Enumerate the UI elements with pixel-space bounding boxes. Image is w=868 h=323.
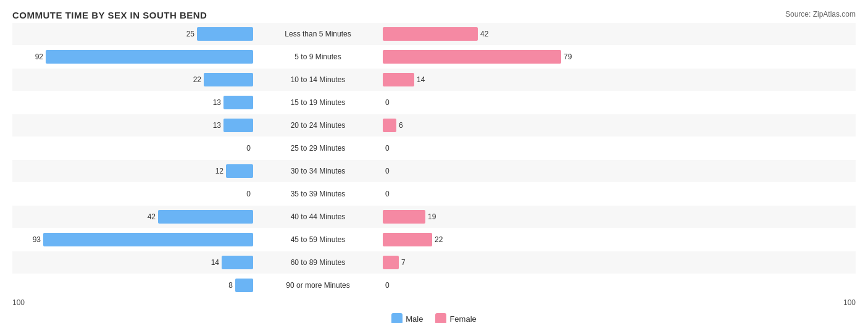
row-label: 30 to 34 Minutes — [253, 167, 383, 175]
left-bar-area: 0 — [12, 183, 253, 205]
row-label: 5 to 9 Minutes — [253, 52, 383, 61]
male-value: 14 — [211, 258, 219, 267]
female-value: 0 — [385, 144, 390, 153]
chart-row: 0 25 to 29 Minutes 0 — [12, 137, 856, 159]
right-bar-area: 42 — [383, 23, 624, 45]
male-bar — [46, 50, 253, 64]
right-bar-area: 14 — [383, 69, 624, 91]
left-bar-area: 93 — [12, 229, 253, 251]
left-bar-area: 8 — [12, 274, 253, 296]
female-value: 79 — [564, 52, 572, 61]
female-bar — [383, 27, 478, 41]
male-value: 25 — [186, 30, 194, 38]
left-bar-area: 13 — [12, 91, 253, 114]
left-bar-area: 0 — [12, 137, 253, 159]
legend-male: Male — [391, 313, 423, 323]
left-bar-area: 42 — [12, 206, 253, 228]
female-value: 0 — [385, 167, 390, 175]
row-label: 25 to 29 Minutes — [253, 144, 383, 153]
chart-title: COMMUTE TIME BY SEX IN SOUTH BEND — [12, 10, 207, 20]
row-label: Less than 5 Minutes — [253, 30, 383, 38]
row-label: 40 to 44 Minutes — [253, 212, 383, 221]
source-text: Source: ZipAtlas.com — [785, 10, 856, 19]
female-bar — [383, 256, 399, 269]
male-value: 93 — [33, 235, 41, 244]
female-bar — [383, 210, 425, 224]
male-value: 0 — [246, 190, 251, 198]
female-value: 0 — [385, 281, 390, 290]
male-value: 8 — [228, 281, 233, 290]
chart-row: 25 Less than 5 Minutes 42 — [12, 23, 856, 45]
right-bar-area: 0 — [383, 137, 624, 159]
axis-right-label: 100 — [843, 298, 856, 307]
chart-row: 22 10 to 14 Minutes 14 — [12, 69, 856, 91]
right-bar-area: 0 — [383, 91, 624, 114]
female-value: 14 — [417, 75, 425, 84]
row-label: 20 to 24 Minutes — [253, 121, 383, 130]
row-label: 15 to 19 Minutes — [253, 98, 383, 107]
chart-row: 12 30 to 34 Minutes 0 — [12, 160, 856, 182]
male-value: 22 — [193, 75, 201, 84]
male-bar — [197, 27, 253, 41]
male-legend-label: Male — [406, 314, 423, 324]
chart-row: 8 90 or more Minutes 0 — [12, 274, 856, 296]
male-bar — [204, 73, 253, 86]
left-bar-area: 25 — [12, 23, 253, 45]
male-value: 0 — [246, 144, 251, 153]
female-value: 7 — [401, 258, 406, 267]
female-bar — [383, 73, 414, 86]
row-label: 35 to 39 Minutes — [253, 190, 383, 198]
right-bar-area: 0 — [383, 160, 624, 182]
chart-row: 14 60 to 89 Minutes 7 — [12, 251, 856, 274]
chart-row: 13 15 to 19 Minutes 0 — [12, 91, 856, 114]
female-value: 22 — [435, 235, 443, 244]
legend-female: Female — [435, 313, 476, 323]
right-bar-area: 19 — [383, 206, 624, 228]
left-bar-area: 13 — [12, 114, 253, 136]
right-bar-area: 22 — [383, 229, 624, 251]
female-value: 42 — [480, 30, 488, 38]
male-bar — [235, 279, 253, 292]
legend: Male Female — [12, 313, 856, 323]
female-value: 0 — [385, 190, 390, 198]
chart-row: 13 20 to 24 Minutes 6 — [12, 114, 856, 136]
left-bar-area: 22 — [12, 69, 253, 91]
male-value: 42 — [148, 212, 156, 221]
row-label: 10 to 14 Minutes — [253, 75, 383, 84]
male-value: 13 — [213, 98, 221, 107]
male-bar — [223, 96, 253, 109]
male-bar — [222, 256, 253, 269]
right-bar-area: 79 — [383, 46, 624, 68]
row-label: 60 to 89 Minutes — [253, 258, 383, 267]
female-bar — [383, 233, 432, 246]
male-bar — [43, 233, 253, 246]
right-bar-area: 0 — [383, 274, 624, 296]
female-bar — [383, 50, 561, 64]
axis-left-label: 100 — [12, 298, 25, 307]
male-value: 12 — [215, 167, 223, 175]
female-bar — [383, 119, 396, 132]
row-label: 90 or more Minutes — [253, 281, 383, 290]
left-bar-area: 92 — [12, 46, 253, 68]
left-bar-area: 14 — [12, 251, 253, 274]
female-legend-box — [435, 313, 446, 323]
chart-body: 25 Less than 5 Minutes 42 92 5 to 9 Minu… — [12, 23, 856, 296]
male-bar — [223, 119, 253, 132]
female-legend-label: Female — [449, 314, 476, 324]
male-legend-box — [391, 313, 403, 323]
chart-row: 92 5 to 9 Minutes 79 — [12, 46, 856, 68]
male-bar — [158, 210, 253, 224]
chart-row: 42 40 to 44 Minutes 19 — [12, 206, 856, 228]
male-value: 13 — [213, 121, 221, 130]
axis-labels: 100 100 — [12, 297, 856, 308]
female-value: 6 — [399, 121, 403, 130]
male-value: 92 — [35, 52, 43, 61]
right-bar-area: 6 — [383, 114, 624, 136]
male-bar — [226, 164, 253, 178]
chart-row: 93 45 to 59 Minutes 22 — [12, 229, 856, 251]
chart-row: 0 35 to 39 Minutes 0 — [12, 183, 856, 205]
chart-container: COMMUTE TIME BY SEX IN SOUTH BEND Source… — [12, 10, 856, 323]
row-label: 45 to 59 Minutes — [253, 235, 383, 244]
female-value: 19 — [428, 212, 436, 221]
right-bar-area: 0 — [383, 183, 624, 205]
